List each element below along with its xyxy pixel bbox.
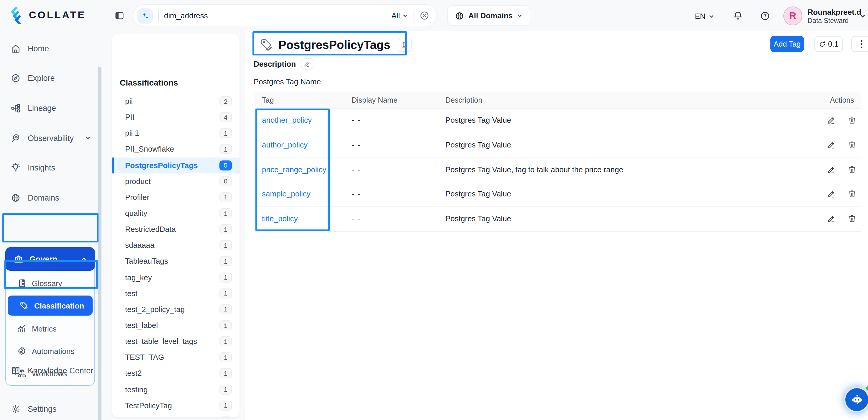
table-header: Tag Display Name Description Actions xyxy=(254,92,861,109)
classification-name: pii 1 xyxy=(125,129,139,138)
delete-tag-button[interactable] xyxy=(848,214,857,223)
classification-name: Profiler xyxy=(125,193,149,202)
sidebar-item-domains[interactable]: Domains xyxy=(0,186,104,209)
classification-list-item[interactable]: test 1 xyxy=(112,285,240,301)
edit-tag-button[interactable] xyxy=(827,140,836,149)
tag-link[interactable]: author_policy xyxy=(262,140,308,149)
status-dot xyxy=(866,386,868,390)
classification-name: test2 xyxy=(125,369,142,378)
classification-name: RestrictedData xyxy=(125,225,176,234)
delete-tag-button[interactable] xyxy=(848,116,857,124)
classification-list-item[interactable]: TEST_TAG 1 xyxy=(112,350,240,365)
search-scope-select[interactable]: All xyxy=(392,11,400,20)
classification-list-item[interactable]: PII 4 xyxy=(112,109,240,125)
more-options-button[interactable] xyxy=(851,36,868,52)
sidebar-item-lineage[interactable]: Lineage xyxy=(0,96,104,120)
row-actions xyxy=(827,190,857,199)
sidebar-collapse-icon[interactable] xyxy=(115,11,124,23)
notifications-bell-icon[interactable] xyxy=(733,11,743,24)
copy-name-button[interactable] xyxy=(397,38,411,52)
edit-description-button[interactable] xyxy=(301,58,313,69)
classification-count-badge: 4 xyxy=(219,112,232,122)
user-profile-menu[interactable]: R Rounakpreet.d Data Steward xyxy=(783,6,861,25)
app-logo[interactable]: COLLATE xyxy=(8,6,86,24)
classification-list-item[interactable]: Tier 5 xyxy=(112,414,240,417)
delete-tag-button[interactable] xyxy=(848,165,857,174)
add-tag-button[interactable]: Add Tag xyxy=(770,36,804,52)
edit-tag-button[interactable] xyxy=(827,190,836,199)
edit-tag-button[interactable] xyxy=(827,214,836,223)
sidebar-item-label: Automations xyxy=(32,347,74,355)
table-row: title_policy - - Postgres Tag Value xyxy=(254,207,861,232)
classification-list-item[interactable]: test_table_level_tags 1 xyxy=(112,333,240,349)
sidebar-item-automations[interactable]: Automations xyxy=(5,341,95,361)
classification-name: TableauTags xyxy=(125,257,168,266)
classification-list-item[interactable]: TableauTags 1 xyxy=(112,253,240,269)
sidebar-item-observability[interactable]: Observability xyxy=(0,126,104,150)
classification-list-item[interactable]: test_2_policy_tag 1 xyxy=(112,301,240,318)
chevron-down-icon[interactable] xyxy=(860,13,866,20)
column-header-tag: Tag xyxy=(262,96,274,104)
classification-list-item[interactable]: RestrictedData 1 xyxy=(112,221,240,237)
classification-list-item[interactable]: test2 1 xyxy=(112,365,240,381)
sidebar-scrollbar[interactable] xyxy=(98,67,101,420)
classification-list-item[interactable]: PostgresPolicyTags 5 xyxy=(112,157,240,173)
sidebar-item-metrics[interactable]: Metrics xyxy=(5,319,95,338)
search-input[interactable]: dim_address xyxy=(164,11,208,20)
sidebar-item-label: Home xyxy=(28,44,49,53)
classifications-panel-title: Classifications xyxy=(120,78,178,87)
pencil-icon xyxy=(827,140,836,149)
version-button[interactable]: 0.1 xyxy=(814,36,843,52)
top-bar: COLLATE dim_address All All Domains xyxy=(0,0,868,31)
description-text: Postgres Tag Name xyxy=(254,77,321,86)
sidebar-item-insights[interactable]: Insights xyxy=(0,156,104,179)
classification-list-item[interactable]: test_label 1 xyxy=(112,318,240,333)
classification-list-item[interactable]: PII_Snowflake 1 xyxy=(112,141,240,157)
help-icon[interactable] xyxy=(760,11,770,24)
ai-sparkle-icon xyxy=(137,8,153,23)
classification-list-item[interactable]: sdaaaaa 1 xyxy=(112,237,240,253)
classification-list-item[interactable]: pii 1 1 xyxy=(112,125,240,141)
classification-list-item[interactable]: testing 1 xyxy=(112,381,240,397)
table-body: another_policy - - Postgres Tag Value xyxy=(254,109,861,232)
sidebar-item-explore[interactable]: Explore xyxy=(0,66,104,90)
classification-list-item[interactable]: Profiler 1 xyxy=(112,189,240,205)
classification-list-item[interactable]: quality 1 xyxy=(112,205,240,221)
clear-search-icon[interactable] xyxy=(420,11,429,21)
edit-tag-button[interactable] xyxy=(827,165,836,174)
knowledge-center-book-icon xyxy=(11,365,21,376)
language-select[interactable]: EN xyxy=(695,12,714,21)
table-row: price_range_policy - - Postgres Tag Valu… xyxy=(254,158,861,183)
classification-name: test_table_level_tags xyxy=(125,337,197,346)
sidebar-item-glossary[interactable]: Glossary xyxy=(5,273,95,293)
tag-link[interactable]: sample_policy xyxy=(262,190,311,199)
classification-list-item[interactable]: pii 2 xyxy=(112,93,240,109)
tags-table: Tag Display Name Description Actions ano… xyxy=(254,92,861,232)
global-search-bar[interactable]: dim_address All xyxy=(133,4,437,27)
all-domains-button[interactable]: All Domains xyxy=(447,5,530,26)
chat-bot-button[interactable] xyxy=(844,387,868,412)
sidebar-item-knowledge-center[interactable]: Knowledge Center xyxy=(0,359,104,382)
sidebar-item-classification[interactable]: Classification xyxy=(8,296,93,316)
sidebar-item-home[interactable]: Home xyxy=(0,36,104,60)
trash-icon xyxy=(848,214,857,223)
insights-bulb-icon xyxy=(11,162,21,173)
edit-tag-button[interactable] xyxy=(827,116,836,124)
tag-link[interactable]: price_range_policy xyxy=(262,165,326,174)
globe-icon xyxy=(11,192,21,203)
delete-tag-button[interactable] xyxy=(848,140,857,149)
classifications-panel: Classifications pii 2 PII 4 pii 1 1 xyxy=(112,34,240,417)
sidebar-item-govern[interactable]: Govern xyxy=(5,247,95,271)
classification-list-item[interactable]: TestPolicyTag 1 xyxy=(112,397,240,413)
classification-list-item[interactable]: product 0 xyxy=(112,173,240,189)
search-divider xyxy=(158,10,159,22)
language-label: EN xyxy=(695,12,706,21)
pencil-icon xyxy=(827,165,836,174)
classification-count-badge: 1 xyxy=(219,400,232,410)
classification-list-item[interactable]: tag_key 1 xyxy=(112,269,240,285)
tag-link[interactable]: title_policy xyxy=(262,214,298,223)
column-header-display-name: Display Name xyxy=(351,96,398,104)
sidebar-item-settings[interactable]: Settings xyxy=(0,397,104,420)
tag-link[interactable]: another_policy xyxy=(262,116,312,124)
delete-tag-button[interactable] xyxy=(848,190,857,199)
